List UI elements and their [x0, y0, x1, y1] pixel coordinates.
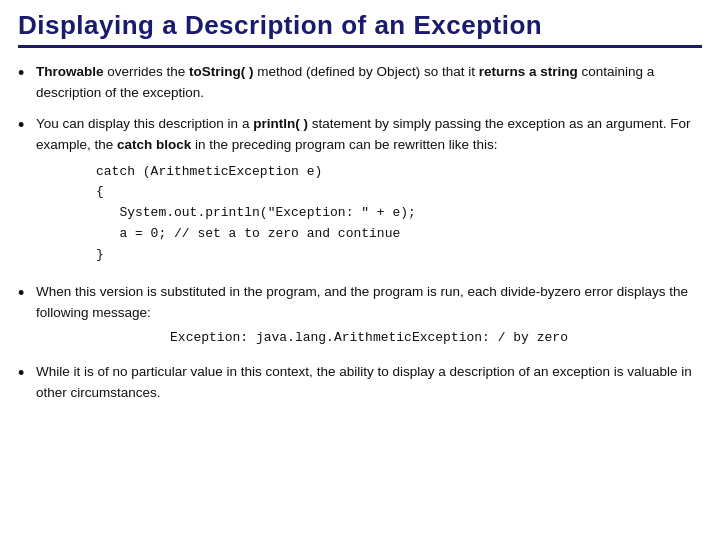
bullet-dot-3: •	[18, 280, 36, 308]
b4-text: While it is of no particular value in th…	[36, 364, 692, 400]
bullet-text-2: You can display this description in a pr…	[36, 114, 702, 272]
bullet-4: • While it is of no particular value in …	[18, 362, 702, 404]
bullet-2: • You can display this description in a …	[18, 114, 702, 272]
bullet-text-3: When this version is substituted in the …	[36, 282, 702, 352]
code-line-3: System.out.println("Exception: " + e);	[96, 203, 702, 224]
code-line-4: a = 0; // set a to zero and continue	[96, 224, 702, 245]
code-line-5: }	[96, 245, 702, 266]
b1-t1: Throwable overrides the toString( ) meth…	[36, 64, 654, 100]
code-line-1: catch (ArithmeticException e)	[96, 162, 702, 183]
slide-title: Displaying a Description of an Exception	[18, 10, 702, 48]
slide-content: • Throwable overrides the toString( ) me…	[18, 62, 702, 404]
bullet-dot-2: •	[18, 112, 36, 140]
bullet-text-4: While it is of no particular value in th…	[36, 362, 702, 404]
bullet-text-1: Throwable overrides the toString( ) meth…	[36, 62, 702, 104]
bullet-dot-1: •	[18, 60, 36, 88]
code-block-1: catch (ArithmeticException e) { System.o…	[96, 162, 702, 266]
exception-message: Exception: java.lang.ArithmeticException…	[36, 328, 702, 348]
bullet-dot-4: •	[18, 360, 36, 388]
code-line-2: {	[96, 182, 702, 203]
slide: Displaying a Description of an Exception…	[0, 0, 720, 540]
b3-text: When this version is substituted in the …	[36, 284, 688, 320]
bullet-3: • When this version is substituted in th…	[18, 282, 702, 352]
b2-text: You can display this description in a pr…	[36, 116, 691, 152]
bullet-1: • Throwable overrides the toString( ) me…	[18, 62, 702, 104]
